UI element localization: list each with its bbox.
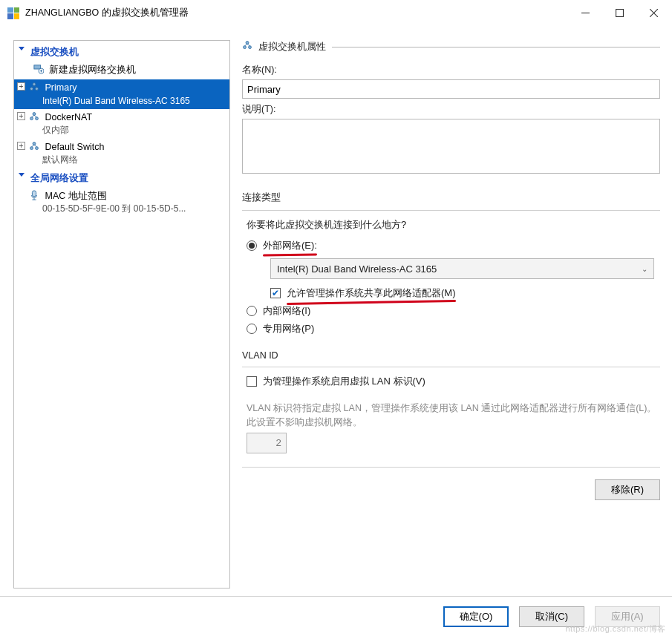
tree-item-detail: 仅内部 xyxy=(29,125,226,137)
mac-range-icon xyxy=(29,190,39,203)
ok-button[interactable]: 确定(O) xyxy=(443,606,509,627)
checkbox-icon xyxy=(247,376,257,387)
expand-toggle[interactable]: + xyxy=(17,82,25,91)
radio-external[interactable]: 外部网络(E): xyxy=(247,239,660,252)
radio-label: 外部网络(E): xyxy=(263,239,317,252)
name-input[interactable] xyxy=(242,79,660,99)
tree-item-new-switch[interactable]: 新建虚拟网络交换机 xyxy=(14,62,229,79)
radio-label: 专用网络(P) xyxy=(263,322,314,335)
switch-tree[interactable]: 虚拟交换机 新建虚拟网络交换机 + Primary Intel(R) Dual … xyxy=(13,40,230,589)
network-icon xyxy=(242,40,252,53)
radio-label: 内部网络(I) xyxy=(263,304,310,318)
tree-item-detail: 默认网络 xyxy=(29,154,226,166)
group-title: VLAN ID xyxy=(242,350,660,361)
app-icon xyxy=(7,7,19,19)
watermark: https://blog.csdn.net/博客 xyxy=(565,623,666,635)
tree-item-dockernat[interactable]: + DockerNAT 仅内部 xyxy=(14,109,229,139)
tree-item-default-switch[interactable]: + Default Switch 默认网络 xyxy=(14,139,229,168)
description-label: 说明(T): xyxy=(242,103,660,116)
radio-private[interactable]: 专用网络(P) xyxy=(247,322,660,335)
tree-item-label: Primary xyxy=(45,82,76,93)
checkbox-label: 为管理操作系统启用虚拟 LAN 标识(V) xyxy=(263,375,425,388)
svg-point-12 xyxy=(36,117,39,120)
properties-title: 虚拟交换机属性 xyxy=(258,40,326,53)
caret-down-icon xyxy=(19,173,25,177)
svg-point-13 xyxy=(33,113,36,116)
properties-header: 虚拟交换机属性 xyxy=(242,40,660,53)
button-label: 取消(C) xyxy=(535,610,568,623)
connection-prompt: 你要将此虚拟交换机连接到什么地方? xyxy=(242,218,660,232)
titlebar: ZHANGLIANGBO 的虚拟交换机管理器 xyxy=(0,0,672,27)
svg-point-18 xyxy=(244,46,247,49)
vlan-group: VLAN ID 为管理操作系统启用虚拟 LAN 标识(V) VLAN 标识符指定… xyxy=(242,350,660,453)
remove-button[interactable]: 移除(R) xyxy=(595,479,660,500)
checkbox-share-adapter[interactable]: 允许管理操作系统共享此网络适配器(M) xyxy=(270,286,660,300)
svg-rect-17 xyxy=(32,191,36,197)
button-label: 应用(A) xyxy=(611,610,643,623)
svg-rect-1 xyxy=(616,10,623,17)
vlan-description: VLAN 标识符指定虚拟 LAN，管理操作系统使用该 LAN 通过此网络适配器进… xyxy=(242,401,660,430)
divider xyxy=(242,367,660,367)
tree-section-label: 全局网络设置 xyxy=(30,172,88,183)
tree-item-detail: Intel(R) Dual Band Wireless-AC 3165 xyxy=(29,96,226,108)
radio-icon xyxy=(247,324,257,334)
svg-point-19 xyxy=(249,46,252,49)
network-icon xyxy=(29,111,39,125)
network-icon xyxy=(29,141,39,154)
caret-down-icon xyxy=(19,47,25,50)
svg-point-14 xyxy=(30,147,33,150)
divider xyxy=(242,210,660,211)
tree-section-switches[interactable]: 虚拟交换机 xyxy=(14,42,229,62)
button-label: 确定(O) xyxy=(460,610,493,623)
description-textarea[interactable] xyxy=(242,119,660,174)
button-label: 移除(R) xyxy=(611,483,644,496)
expand-toggle[interactable]: + xyxy=(17,112,25,120)
server-add-icon xyxy=(33,64,44,77)
tree-section-label: 虚拟交换机 xyxy=(30,46,79,57)
checkbox-icon xyxy=(270,288,281,298)
checkbox-label: 允许管理操作系统共享此网络适配器(M) xyxy=(287,286,456,300)
svg-point-8 xyxy=(30,88,33,91)
radio-icon xyxy=(247,306,257,316)
expand-toggle[interactable]: + xyxy=(17,142,25,150)
window-title: ZHANGLIANGBO 的虚拟交换机管理器 xyxy=(25,7,568,19)
divider xyxy=(332,47,660,47)
dialog-footer: 确定(O) 取消(C) 应用(A) https://blog.csdn.net/… xyxy=(0,596,672,636)
radio-internal[interactable]: 内部网络(I) xyxy=(247,304,660,318)
tree-item-mac-range[interactable]: MAC 地址范围 00-15-5D-5F-9E-00 到 00-15-5D-5.… xyxy=(14,188,229,217)
network-icon xyxy=(29,82,39,95)
divider xyxy=(242,467,660,468)
maximize-button[interactable] xyxy=(602,0,636,26)
tree-item-label: DockerNAT xyxy=(45,112,92,122)
adapter-combobox[interactable]: Intel(R) Dual Band Wireless-AC 3165 ⌄ xyxy=(270,258,654,279)
window-controls xyxy=(568,0,671,26)
tree-item-label: 新建虚拟网络交换机 xyxy=(49,65,136,75)
tree-item-label: MAC 地址范围 xyxy=(45,191,106,201)
tree-item-detail: 00-15-5D-5F-9E-00 到 00-15-5D-5... xyxy=(42,203,226,215)
close-button[interactable] xyxy=(636,0,671,26)
svg-point-20 xyxy=(246,42,249,45)
combobox-value: Intel(R) Dual Band Wireless-AC 3165 xyxy=(277,263,437,275)
svg-rect-4 xyxy=(34,65,41,69)
connection-type-group: 连接类型 你要将此虚拟交换机连接到什么地方? 外部网络(E): Intel(R)… xyxy=(242,191,660,335)
group-title: 连接类型 xyxy=(242,191,660,204)
svg-point-10 xyxy=(33,83,36,86)
properties-pane: 虚拟交换机属性 名称(N): 说明(T): 连接类型 你要将此虚拟交换机连接到什… xyxy=(242,40,665,589)
tree-item-label: Default Switch xyxy=(45,142,104,152)
name-label: 名称(N): xyxy=(242,64,660,76)
minimize-button[interactable] xyxy=(568,0,602,26)
svg-point-9 xyxy=(36,88,39,91)
vlan-id-input xyxy=(247,433,287,453)
svg-point-16 xyxy=(33,142,36,145)
checkbox-enable-vlan[interactable]: 为管理操作系统启用虚拟 LAN 标识(V) xyxy=(247,375,660,388)
svg-point-15 xyxy=(36,147,39,150)
tree-item-primary[interactable]: + Primary Intel(R) Dual Band Wireless-AC… xyxy=(14,79,229,109)
radio-icon xyxy=(247,240,257,251)
tree-section-global[interactable]: 全局网络设置 xyxy=(14,168,229,188)
svg-point-11 xyxy=(30,117,33,120)
chevron-down-icon: ⌄ xyxy=(642,265,647,273)
